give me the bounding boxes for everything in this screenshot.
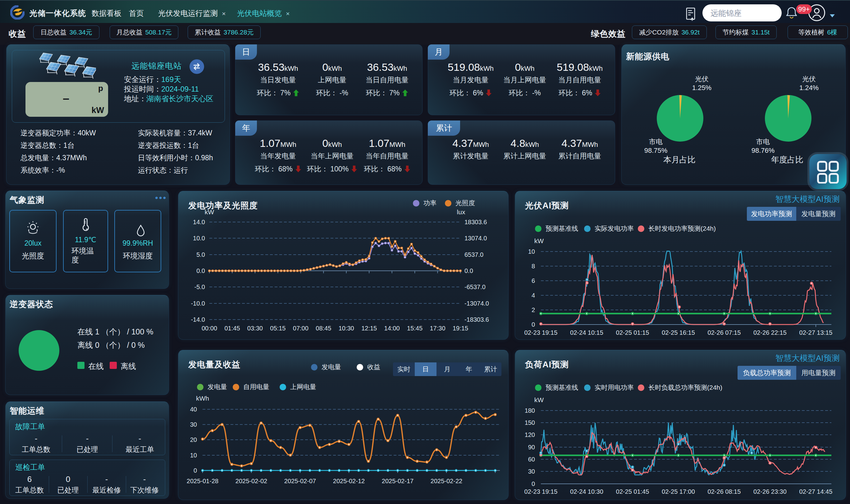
svg-text:-5.0: -5.0 — [194, 284, 205, 290]
svg-text:kW: kW — [534, 396, 544, 403]
svg-text:kW: kW — [205, 209, 214, 216]
svg-text:lux: lux — [457, 209, 465, 216]
svg-text:18303.6: 18303.6 — [464, 219, 487, 226]
svg-text:03:30: 03:30 — [247, 325, 263, 332]
svg-text:-13074.0: -13074.0 — [464, 300, 489, 307]
svg-text:02-25 17:00: 02-25 17:00 — [662, 488, 695, 495]
svg-text:08:45: 08:45 — [316, 325, 331, 332]
svg-text:02-24 10:15: 02-24 10:15 — [570, 329, 603, 336]
svg-text:10: 10 — [190, 452, 197, 459]
svg-text:0.0: 0.0 — [464, 267, 473, 274]
svg-text:-18303.6: -18303.6 — [464, 316, 489, 323]
svg-text:60: 60 — [528, 456, 535, 463]
svg-text:02-23 19:15: 02-23 19:15 — [525, 329, 557, 336]
svg-text:02-25 01:45: 02-25 01:45 — [616, 488, 649, 495]
svg-text:-14.0: -14.0 — [191, 316, 205, 323]
svg-text:2025-02-07: 2025-02-07 — [284, 478, 316, 484]
svg-text:2025-02-02: 2025-02-02 — [235, 478, 267, 484]
svg-text:2: 2 — [532, 306, 535, 313]
svg-text:0: 0 — [532, 481, 535, 487]
svg-text:kW: kW — [534, 237, 544, 245]
svg-text:00:00: 00:00 — [201, 325, 217, 332]
svg-text:40: 40 — [190, 406, 197, 413]
svg-text:0: 0 — [194, 467, 197, 474]
svg-text:10.0: 10.0 — [193, 235, 205, 241]
svg-text:02-25 16:15: 02-25 16:15 — [662, 329, 695, 336]
svg-text:02-26 08:15: 02-26 08:15 — [708, 488, 741, 495]
svg-text:19:15: 19:15 — [453, 325, 468, 332]
svg-text:02-26 22:15: 02-26 22:15 — [754, 329, 786, 336]
svg-text:10: 10 — [528, 248, 535, 255]
svg-text:-10.0: -10.0 — [191, 300, 205, 307]
svg-text:02-24 10:30: 02-24 10:30 — [570, 488, 603, 495]
svg-text:30: 30 — [528, 468, 535, 475]
svg-text:0: 0 — [532, 321, 535, 328]
svg-text:2025-02-12: 2025-02-12 — [333, 478, 365, 484]
svg-text:6: 6 — [532, 277, 535, 284]
svg-text:14.0: 14.0 — [193, 219, 205, 226]
svg-text:2025-02-17: 2025-02-17 — [382, 478, 413, 484]
svg-text:10:30: 10:30 — [339, 325, 354, 332]
svg-text:02-26 23:30: 02-26 23:30 — [754, 488, 786, 495]
svg-text:01:45: 01:45 — [224, 325, 240, 332]
svg-text:02-27 13:15: 02-27 13:15 — [799, 329, 833, 336]
svg-text:02-27 14:45: 02-27 14:45 — [799, 488, 833, 495]
svg-text:180: 180 — [525, 407, 535, 414]
svg-text:-6537.0: -6537.0 — [464, 284, 485, 290]
svg-text:8: 8 — [532, 263, 535, 270]
svg-text:4: 4 — [532, 292, 535, 299]
svg-text:02-25 01:15: 02-25 01:15 — [616, 329, 649, 336]
svg-text:02-26 07:15: 02-26 07:15 — [708, 329, 741, 336]
svg-text:90: 90 — [528, 444, 535, 451]
svg-text:05:15: 05:15 — [270, 325, 285, 332]
svg-text:15:45: 15:45 — [407, 325, 423, 332]
svg-text:20: 20 — [190, 436, 197, 443]
svg-text:2025-02-22: 2025-02-22 — [430, 478, 462, 484]
svg-text:150: 150 — [525, 419, 535, 426]
svg-text:14:00: 14:00 — [384, 325, 400, 332]
svg-text:6537.0: 6537.0 — [464, 251, 483, 258]
svg-text:0.0: 0.0 — [196, 267, 205, 274]
svg-text:5.0: 5.0 — [196, 251, 205, 258]
svg-text:120: 120 — [525, 431, 535, 438]
svg-text:30: 30 — [190, 421, 197, 428]
svg-text:02-23 19:15: 02-23 19:15 — [525, 488, 557, 495]
svg-text:2025-01-28: 2025-01-28 — [187, 478, 218, 484]
svg-text:13074.0: 13074.0 — [464, 235, 487, 241]
svg-text:12:15: 12:15 — [361, 325, 377, 332]
svg-text:kWh: kWh — [196, 395, 209, 402]
svg-text:07:00: 07:00 — [293, 325, 308, 332]
svg-text:17:30: 17:30 — [430, 325, 445, 332]
